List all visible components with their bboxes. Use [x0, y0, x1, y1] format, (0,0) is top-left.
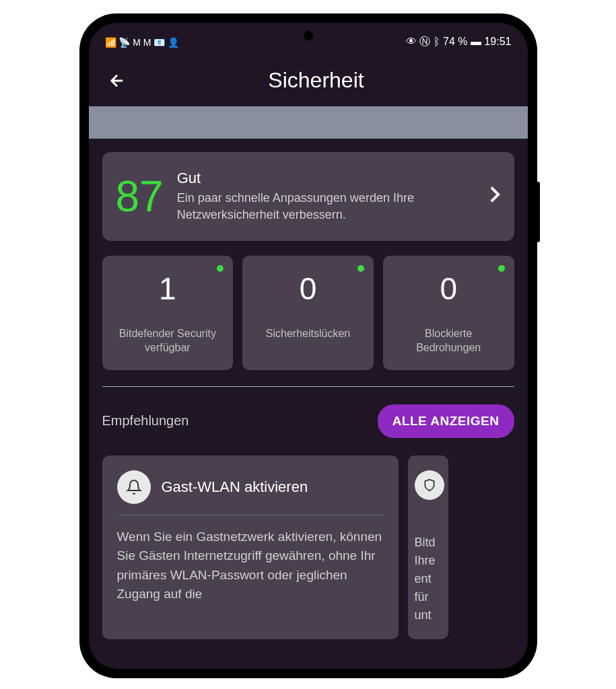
status-left: 📶 📡 M M 📧 👤: [105, 37, 180, 48]
status-dot-icon: [498, 265, 505, 272]
recommendation-cards[interactable]: Gast-WLAN aktivieren Wenn Sie ein Gastne…: [102, 456, 514, 639]
stat-value: 0: [250, 270, 366, 307]
shield-icon: [415, 470, 444, 500]
recommendations-title: Empfehlungen: [102, 413, 189, 429]
phone-frame: 📶 📡 M M 📧 👤 👁 Ⓝ ᛒ 74 % ▬ 19:51 Sicherhei…: [79, 13, 537, 678]
status-info: 👁 Ⓝ ᛒ 74 % ▬ 19:51: [406, 35, 512, 49]
divider: [102, 386, 514, 387]
recommendation-card-partial[interactable]: Bitd Ihre ent für unt: [408, 456, 448, 639]
stat-value: 0: [391, 270, 506, 307]
show-all-button[interactable]: ALLE ANZEIGEN: [378, 404, 514, 438]
chevron-right-icon: [489, 186, 501, 208]
stat-card-vulnerabilities[interactable]: 0 Sicherheitslücken: [242, 256, 374, 370]
recommendation-title: Gast-WLAN aktivieren: [162, 478, 308, 496]
bell-icon: [117, 470, 151, 504]
arrow-left-icon: [108, 71, 127, 90]
partial-text: Bitd Ihre ent für unt: [415, 534, 442, 624]
score-text: Gut Ein paar schnelle Anpassungen werden…: [177, 170, 475, 223]
recommendations-header: Empfehlungen ALLE ANZEIGEN: [102, 404, 514, 438]
stat-card-bitdefender[interactable]: 1 Bitdefender Security verfügbar: [102, 256, 234, 370]
gray-banner: [89, 106, 528, 139]
phone-screen: 📶 📡 M M 📧 👤 👁 Ⓝ ᛒ 74 % ▬ 19:51 Sicherhei…: [89, 23, 528, 669]
stat-label: Sicherheitslücken: [250, 327, 366, 341]
recommendation-card-header: Gast-WLAN aktivieren: [117, 470, 384, 515]
stat-value: 1: [110, 270, 226, 307]
recommendation-body: Wenn Sie ein Gastnetzwerk aktivieren, kö…: [117, 528, 384, 604]
stats-row: 1 Bitdefender Security verfügbar 0 Siche…: [102, 256, 514, 370]
back-button[interactable]: [108, 71, 127, 90]
score-label: Gut: [177, 170, 475, 187]
score-value: 87: [116, 175, 164, 218]
signal-icons: 📶 📡 M M 📧 👤: [105, 37, 180, 48]
stat-label: Bitdefender Security verfügbar: [110, 327, 226, 355]
stat-label: Blockierte Bedrohungen: [391, 327, 506, 355]
status-right: 👁 Ⓝ ᛒ 74 % ▬ 19:51: [406, 35, 512, 49]
side-button: [537, 182, 540, 242]
page-title: Sicherheit: [143, 68, 490, 93]
stat-card-threats[interactable]: 0 Blockierte Bedrohungen: [383, 256, 514, 370]
score-description: Ein paar schnelle Anpassungen werden Ihr…: [177, 190, 475, 223]
content-area: 87 Gut Ein paar schnelle Anpassungen wer…: [89, 152, 528, 639]
app-header: Sicherheit: [89, 55, 528, 106]
camera-notch: [304, 31, 313, 40]
score-card[interactable]: 87 Gut Ein paar schnelle Anpassungen wer…: [102, 152, 514, 241]
recommendation-card-guest-wlan[interactable]: Gast-WLAN aktivieren Wenn Sie ein Gastne…: [102, 456, 399, 639]
